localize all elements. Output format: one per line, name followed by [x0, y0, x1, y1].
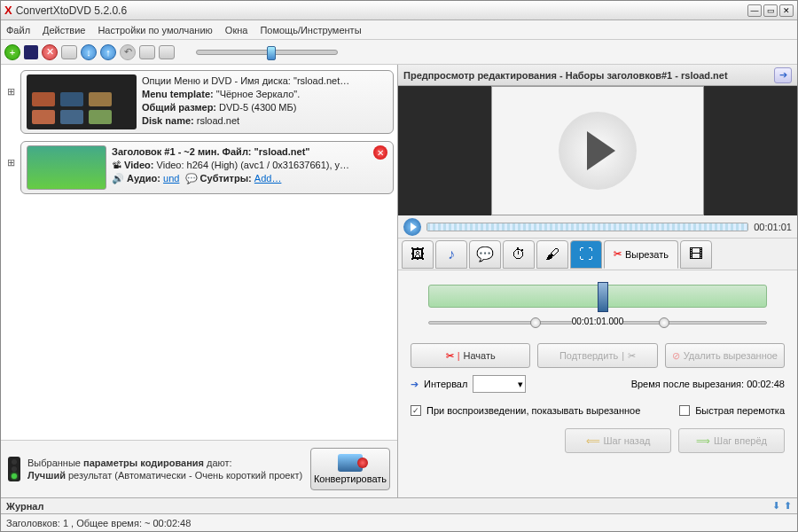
cut-panel: 00:01:01.000 ✂ | Начать Подтвердить | ✂ …	[398, 270, 797, 497]
preview-area	[398, 86, 797, 215]
chevron-down-icon: ▾	[518, 379, 523, 390]
titlebar: X ConvertXtoDVD 5.2.0.6 — ▭ ✕	[1, 1, 797, 20]
interval-combo[interactable]: ▾	[473, 375, 526, 393]
title1-thumbnail	[27, 145, 106, 190]
next-preview-button[interactable]: ➔	[774, 67, 792, 83]
tab-audio[interactable]: ♪	[435, 240, 467, 269]
menu-action[interactable]: Действие	[43, 25, 85, 35]
arrow-back-icon: ⟸	[586, 435, 600, 447]
add-button[interactable]: +	[4, 44, 20, 60]
tab-subtitle[interactable]: 💬	[469, 240, 501, 269]
fast-seek-checkbox[interactable]	[679, 405, 690, 416]
expand-title1-icon[interactable]: ⊞	[4, 157, 17, 168]
cut-confirm-button[interactable]: Подтвердить | ✂	[537, 343, 657, 368]
toolbar: + ✕ ↓ ↑ ↶	[1, 40, 797, 65]
title1-card[interactable]: Заголовок #1 - ~2 мин. Файл: "rsload.net…	[20, 141, 394, 194]
merge-icon[interactable]	[61, 45, 77, 59]
cut-start-button[interactable]: ✂ | Начать	[411, 343, 530, 368]
close-button[interactable]: ✕	[779, 4, 794, 17]
convert-button[interactable]: Конвертировать	[310, 448, 390, 490]
tab-image[interactable]: 🖼	[402, 240, 434, 269]
cut-timeline[interactable]	[428, 285, 767, 308]
progress-bar[interactable]	[426, 223, 748, 231]
subtitle-add-link[interactable]: Add…	[254, 173, 282, 184]
save-button[interactable]	[24, 45, 38, 59]
position-slider[interactable]: 00:01:01.000	[428, 317, 767, 329]
cut-delete-button[interactable]: ⊘ Удалить вырезанное	[665, 343, 785, 368]
minimize-button[interactable]: —	[747, 4, 762, 17]
window-title: ConvertXtoDVD 5.2.0.6	[16, 4, 747, 17]
preview-header: Предпросмотр редактирования - Наборы заг…	[403, 70, 774, 81]
scissors-icon: ✂	[614, 248, 622, 260]
journal-up-icon[interactable]: ⬆	[784, 500, 792, 512]
dvd-options-line: Опции Меню и DVD - Имя диска: "rsload.ne…	[142, 74, 387, 88]
interval-label: Интервал	[424, 379, 467, 389]
menu-thumbnail	[27, 74, 137, 129]
timeline-marker[interactable]	[598, 282, 608, 312]
app-logo-icon: X	[4, 4, 12, 17]
list-icon[interactable]	[139, 45, 155, 59]
arrow-right-icon: ➔	[411, 379, 419, 390]
maximize-button[interactable]: ▭	[763, 4, 778, 17]
undo-icon[interactable]: ↶	[120, 44, 136, 60]
convert-icon	[338, 454, 363, 472]
menu-help[interactable]: Помощь/Инструменты	[260, 25, 361, 35]
up-button[interactable]: ↑	[100, 44, 116, 60]
screen-icon[interactable]	[159, 45, 175, 59]
play-button[interactable]	[403, 218, 421, 236]
playback-time: 00:01:01	[754, 222, 792, 232]
encoding-info: Выбранные параметры кодирования дают: Лу…	[1, 440, 397, 497]
menu-windows[interactable]: Окна	[225, 25, 248, 35]
menu-defaults[interactable]: Настройки по умолчанию	[98, 25, 212, 35]
audio-link[interactable]: und	[163, 173, 179, 184]
tab-cut[interactable]: ✂Вырезать	[604, 240, 678, 269]
show-cut-checkbox[interactable]: ✓	[411, 405, 421, 416]
quality-light-icon	[8, 457, 20, 481]
show-cut-label: При воспроизведении, показывать вырезанн…	[426, 405, 640, 416]
remove-title-button[interactable]: ✕	[373, 145, 387, 160]
play-overlay-button[interactable]	[559, 112, 637, 190]
journal-bar[interactable]: Журнал ⬇ ⬆	[1, 497, 797, 513]
journal-down-icon[interactable]: ⬇	[772, 500, 780, 512]
statusbar: Заголовков: 1 , Общее время: ~ 00:02:48	[1, 513, 797, 531]
menubar: Файл Действие Настройки по умолчанию Окн…	[1, 20, 797, 40]
project-tree: ⊞ Опции Меню и DVD - Имя диска: "rsload.…	[1, 65, 397, 440]
expand-dvd-icon[interactable]: ⊞	[4, 86, 17, 98]
tab-crop[interactable]: ⛶	[570, 240, 602, 269]
tab-effects[interactable]: 🖌	[536, 240, 568, 269]
dvd-options-card[interactable]: Опции Меню и DVD - Имя диска: "rsload.ne…	[20, 70, 394, 134]
fast-seek-label: Быстрая перемотка	[695, 405, 785, 416]
down-button[interactable]: ↓	[81, 44, 97, 60]
tab-chapters[interactable]: ⏱	[503, 240, 535, 269]
position-label: 00:01:01.000	[572, 317, 623, 326]
remove-button[interactable]: ✕	[42, 44, 58, 60]
scissors-icon: ✂	[446, 350, 454, 362]
time-after-label: Время после вырезания: 00:02:48	[631, 379, 785, 389]
menu-file[interactable]: Файл	[6, 25, 30, 35]
tab-video[interactable]: 🎞	[680, 240, 712, 269]
arrow-forward-icon: ⟹	[696, 435, 710, 447]
step-back-button[interactable]: ⟸ Шаг назад	[565, 428, 671, 453]
edit-tabs: 🖼 ♪ 💬 ⏱ 🖌 ⛶ ✂Вырезать 🎞	[398, 239, 797, 270]
zoom-slider[interactable]	[196, 50, 338, 55]
step-forward-button[interactable]: ⟹ Шаг вперёд	[678, 428, 785, 453]
